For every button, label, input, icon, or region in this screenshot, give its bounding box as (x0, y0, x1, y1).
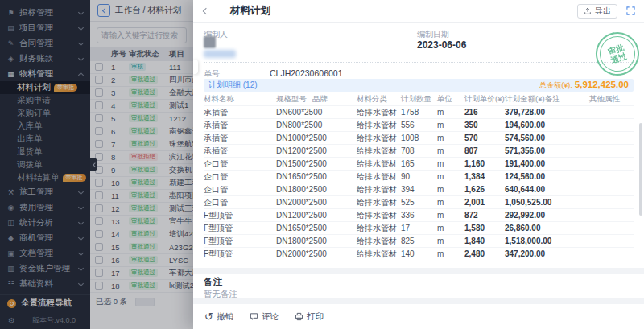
plan-cell: 194,600.00 (505, 121, 545, 130)
export-button[interactable]: 导出 (577, 4, 617, 19)
plan-cell: 124,560.00 (505, 172, 545, 181)
plan-table-row: F型顶管DN1200*2500给排水管材336m872292,992.00 (204, 208, 634, 221)
plan-cell: 571,356.00 (505, 146, 545, 155)
plan-column-header: 品牌 (312, 94, 357, 105)
plan-cell: m (437, 249, 464, 258)
plan-cell: DN800*2500 (276, 121, 312, 130)
plan-cell: 企口管 (204, 197, 276, 208)
plan-cell: 企口管 (204, 158, 276, 170)
plan-cell: 给排水管材 (357, 249, 401, 260)
approval-stamp-text: 审批通过 (605, 43, 630, 65)
plan-cell: 给排水管材 (357, 120, 401, 131)
date-value: 2023-06-06 (417, 39, 466, 51)
fullscreen-expand-icon[interactable] (625, 6, 636, 17)
order-no-value: CLJH20230606001 (270, 68, 343, 78)
plan-cell: 350 (464, 121, 505, 130)
plan-cell: 825 (401, 236, 437, 245)
plan-section-bar: 计划明细 (12) 总金额(¥): 5,912,425.00 (204, 79, 634, 92)
plan-cell: 企口管 (204, 184, 276, 195)
plan-column-header: 计划数量 (401, 94, 437, 105)
plan-column-header: 材料分类 (357, 94, 401, 105)
plan-cell: m (437, 236, 464, 245)
plan-cell: 1,050,525.00 (505, 198, 545, 207)
undo-button[interactable]: ↺撤销 (204, 311, 233, 323)
plan-cell: 给排水管材 (357, 133, 401, 144)
plan-cell: 给排水管材 (357, 158, 401, 170)
plan-cell: 90 (401, 172, 437, 181)
plan-table-row: 企口管DN1500*2500给排水管材165m1,160191,400.00 (204, 157, 634, 170)
creator-avatar (204, 36, 216, 48)
app-screen: ⚑投标管理▤项目管理✎合同管理◈财务账款▦物料管理材料计划带审批采购申请采购订单… (0, 0, 644, 329)
creator-name-redacted (204, 50, 236, 58)
drawer-title: 材料计划 (230, 4, 270, 18)
plan-cell: 708 (401, 146, 437, 155)
plan-cell: 承插管 (204, 120, 276, 131)
plan-cell: DN2000*2500 (276, 198, 312, 207)
drawer-back-button[interactable] (201, 6, 213, 17)
plan-cell: m (437, 172, 464, 181)
plan-cell: m (437, 224, 464, 232)
plan-column-header: 其他属性 (589, 94, 634, 105)
plan-cell: 525 (401, 198, 437, 207)
plan-table-header: 材料名称规格型号品牌材料分类计划数量单位计划单价(¥)计划金额(¥)备注其他属性 (204, 93, 634, 105)
plan-cell: 807 (464, 146, 505, 155)
plan-cell: 216 (464, 108, 505, 117)
remark-label: 备注 (204, 276, 222, 288)
plan-cell: 394 (401, 185, 437, 194)
plan-cell: DN1500*2500 (276, 159, 312, 168)
plan-cell: 556 (401, 121, 437, 130)
plan-table-row: 企口管DN1650*2500给排水管材90m1,384124,560.00 (204, 170, 634, 183)
plan-cell: 191,400.00 (505, 159, 545, 168)
plan-table-row: F型顶管DN1650*2500给排水管材17m1,58026,860.00 (204, 221, 634, 234)
plan-cell: 379,728.00 (505, 108, 545, 117)
plan-cell: 1,160 (464, 159, 505, 168)
print-button[interactable]: 打印 (295, 311, 324, 323)
plan-cell: 570 (464, 134, 505, 142)
plan-cell: F型顶管 (204, 236, 276, 247)
plan-cell: 1,626 (464, 185, 505, 194)
plan-cell: 1758 (401, 108, 437, 117)
total-amount-value: 5,912,425.00 (575, 80, 629, 89)
plan-cell: DN1000*2500 (276, 134, 312, 142)
plan-table-row: F型顶管DN1800*2500给排水管材825m1,8401,518,000.0… (204, 234, 634, 247)
overlay-mask (0, 0, 193, 329)
plan-section-label: 计划明细 (12) (208, 80, 258, 91)
plan-table-row: 承插管DN1200*2500给排水管材708m807571,356.00 (204, 144, 634, 157)
plan-column-header: 计划单价(¥) (464, 94, 505, 105)
plan-cell: m (437, 159, 464, 168)
plan-table-row: 承插管DN600*2500给排水管材1758m216379,728.00 (204, 105, 634, 118)
plan-cell: 574,560.00 (505, 134, 545, 142)
plan-cell: 26,860.00 (505, 224, 545, 232)
plan-cell: DN2000*2500 (276, 249, 312, 258)
drawer-scrollbar[interactable] (639, 123, 642, 216)
action-label: 撤销 (217, 311, 233, 323)
plan-cell: DN1650*2500 (276, 172, 312, 181)
action-label: 打印 (307, 311, 324, 323)
plan-cell: m (437, 108, 464, 117)
dotted-divider (204, 62, 634, 63)
plan-cell: 企口管 (204, 171, 276, 183)
plan-column-header: 材料名称 (204, 94, 276, 105)
plan-cell: 给排水管材 (357, 184, 401, 195)
plan-cell: 640,644.00 (505, 185, 545, 194)
plan-cell: 140 (401, 249, 437, 258)
plan-table-row: F型顶管DN2000*2500给排水管材140m2,480347,200.00 (204, 247, 634, 260)
total-amount: 总金额(¥): 5,912,425.00 (539, 80, 629, 91)
plan-cell: 1,580 (464, 224, 505, 232)
drawer-action-bar: ↺撤销评论打印 (193, 304, 644, 329)
drawer-resize-handle[interactable] (193, 60, 198, 74)
plan-cell: 165 (401, 159, 437, 168)
plan-cell: 给排水管材 (357, 197, 401, 208)
plan-cell: 承插管 (204, 133, 276, 144)
date-label: 编制日期 (417, 29, 449, 40)
comment-button[interactable]: 评论 (250, 311, 279, 323)
plan-cell: 17 (401, 224, 437, 232)
plan-cell: DN1800*2500 (276, 185, 312, 194)
plan-table-rows: 承插管DN600*2500给排水管材1758m216379,728.00承插管D… (204, 105, 634, 260)
chevron-left-icon (203, 7, 209, 14)
plan-cell: 给排水管材 (357, 210, 401, 221)
plan-detail-table: 材料名称规格型号品牌材料分类计划数量单位计划单价(¥)计划金额(¥)备注其他属性… (204, 93, 634, 260)
plan-cell: 1008 (401, 134, 437, 142)
plan-cell: 1,518,000.00 (505, 236, 545, 245)
drawer-header: 材料计划 导出 (193, 0, 644, 23)
